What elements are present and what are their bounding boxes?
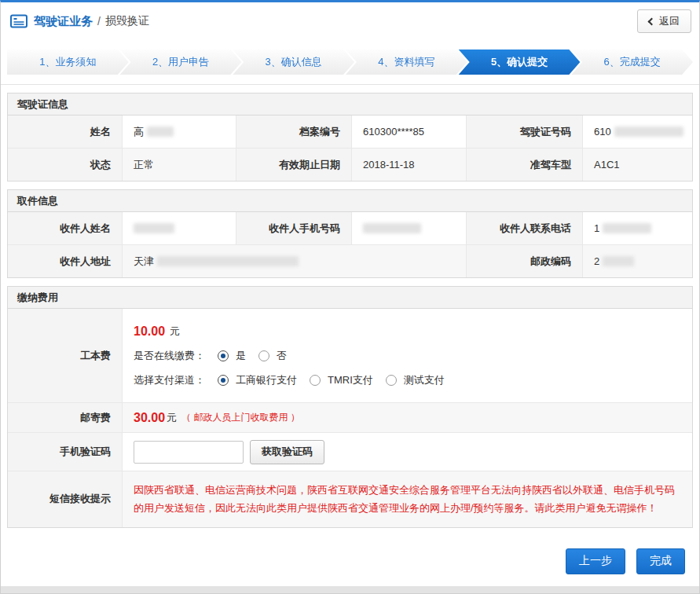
yuan-unit: 元 — [167, 411, 177, 425]
valid-until-value: 2018-11-18 — [352, 148, 466, 181]
step-wizard: 1、业务须知 2、用户申告 3、确认信息 4、资料填写 5、确认提交 6、完成提… — [1, 40, 699, 85]
production-fee-label: 工本费 — [8, 309, 122, 402]
sms-tip-label: 短信接收提示 — [8, 471, 122, 527]
get-code-button[interactable]: 获取验证码 — [250, 440, 324, 464]
pickup-info-section-title: 取件信息 — [8, 190, 692, 212]
postage-fee-cell: 30.00 元 （ 邮政人员上门收取费用 ） — [123, 403, 692, 432]
channel-tmri-label: TMRI支付 — [328, 373, 373, 387]
production-fee-amount-row: 10.00 元 — [134, 324, 180, 339]
redacted-value — [157, 256, 299, 266]
channel-icbc-label: 工商银行支付 — [236, 373, 297, 387]
recipient-mobile-value — [352, 212, 466, 244]
license-info-section: 驾驶证信息 姓名 高 档案编号 610300****85 驾驶证号码 610 状… — [7, 93, 693, 182]
redacted-value — [147, 126, 174, 137]
license-number-label: 驾驶证号码 — [467, 116, 582, 148]
production-fee-cell: 10.00 元 是否在线缴费： 是 否 选择支付渠道： 工商银行支付 — [123, 309, 692, 402]
license-service-icon — [10, 14, 27, 28]
step-1-business-notice[interactable]: 1、业务须知 — [7, 50, 129, 75]
online-pay-yes-label: 是 — [236, 349, 246, 363]
pay-channel-label: 选择支付渠道： — [134, 373, 205, 387]
page: 驾驶证业务 / 损毁换证 返回 1、业务须知 2、用户申告 3、确认信息 4、资… — [0, 0, 700, 594]
online-pay-label: 是否在线缴费： — [134, 349, 205, 363]
recipient-phone-label: 收件人联系电话 — [467, 212, 582, 244]
online-pay-no-label: 否 — [277, 349, 287, 363]
page-subtitle: 损毁换证 — [105, 14, 149, 28]
step-3-confirm-info[interactable]: 3、确认信息 — [233, 50, 354, 75]
step-6-finish-submit[interactable]: 6、完成提交 — [571, 50, 693, 75]
fee-section-title: 缴纳费用 — [8, 287, 692, 309]
license-info-section-title: 驾驶证信息 — [8, 94, 692, 116]
channel-tmri-radio[interactable] — [310, 375, 321, 386]
step-5-confirm-submit[interactable]: 5、确认提交 — [459, 50, 581, 75]
recipient-mobile-label: 收件人手机号码 — [236, 212, 351, 244]
name-label: 姓名 — [8, 116, 122, 148]
sms-code-label: 手机验证码 — [8, 433, 122, 471]
page-title: 驾驶证业务 — [34, 14, 93, 29]
bottom-strip — [1, 586, 699, 593]
online-pay-row: 是否在线缴费： 是 否 — [134, 349, 287, 363]
redacted-value — [603, 223, 651, 233]
main-content: 驾驶证信息 姓名 高 档案编号 610300****85 驾驶证号码 610 状… — [1, 85, 699, 575]
vehicle-class-value: A1C1 — [583, 148, 692, 181]
recipient-name-value — [123, 212, 236, 244]
production-fee-amount: 10.00 — [134, 324, 165, 339]
channel-icbc-radio[interactable] — [218, 375, 229, 386]
sms-tip-text: 因陕西省联通、电信运营商技术问题，陕西省互联网交通安全综合服务管理平台无法向持陕… — [123, 471, 692, 527]
previous-step-button[interactable]: 上一步 — [566, 548, 625, 574]
channel-test-label: 测试支付 — [404, 373, 445, 387]
postal-code-label: 邮政编码 — [467, 245, 582, 277]
status-label: 状态 — [8, 148, 122, 181]
valid-until-label: 有效期止日期 — [236, 148, 351, 181]
finish-button[interactable]: 完成 — [636, 548, 685, 574]
recipient-address-value: 天津 — [123, 245, 466, 277]
header: 驾驶证业务 / 损毁换证 返回 — [1, 2, 699, 40]
title-separator: / — [97, 15, 101, 28]
archive-number-value: 610300****85 — [352, 116, 466, 148]
name-value: 高 — [123, 116, 236, 148]
archive-number-label: 档案编号 — [236, 116, 351, 148]
footer-actions: 上一步 完成 — [7, 536, 693, 574]
channel-test-radio[interactable] — [386, 375, 397, 386]
redacted-value — [603, 256, 634, 266]
redacted-value — [614, 126, 684, 137]
back-chevron-icon — [648, 17, 656, 25]
vehicle-class-label: 准驾车型 — [467, 148, 582, 181]
pay-channel-row: 选择支付渠道： 工商银行支付 TMRI支付 测试支付 — [134, 373, 445, 387]
license-number-value: 610 — [583, 116, 692, 148]
pickup-info-section: 取件信息 收件人姓名 收件人手机号码 收件人联系电话 1 收件人地址 天津 邮政… — [7, 189, 693, 278]
recipient-name-label: 收件人姓名 — [8, 212, 122, 244]
yuan-unit: 元 — [170, 324, 180, 339]
postage-fee-note: （ 邮政人员上门收取费用 ） — [181, 411, 300, 424]
postage-fee-label: 邮寄费 — [8, 403, 122, 432]
recipient-address-label: 收件人地址 — [8, 245, 122, 277]
redacted-value — [134, 223, 174, 233]
recipient-phone-value: 1 — [583, 212, 692, 244]
online-pay-no-radio[interactable] — [258, 350, 269, 361]
step-2-user-declaration[interactable]: 2、用户申告 — [120, 50, 242, 75]
postal-code-value: 2 — [583, 245, 692, 277]
sms-tip-cell: 因陕西省联通、电信运营商技术问题，陕西省互联网交通安全综合服务管理平台无法向持陕… — [123, 471, 692, 527]
sms-code-input[interactable] — [134, 441, 244, 464]
redacted-value — [363, 223, 421, 233]
fee-section: 缴纳费用 工本费 10.00 元 是否在线缴费： 是 否 — [7, 286, 693, 528]
back-button-label: 返回 — [659, 14, 680, 28]
back-button[interactable]: 返回 — [637, 9, 691, 33]
sms-code-cell: 获取验证码 — [123, 433, 692, 471]
online-pay-yes-radio[interactable] — [218, 350, 229, 361]
postage-fee-amount: 30.00 — [134, 411, 165, 425]
status-value: 正常 — [123, 148, 236, 181]
step-4-fill-data[interactable]: 4、资料填写 — [346, 50, 467, 75]
